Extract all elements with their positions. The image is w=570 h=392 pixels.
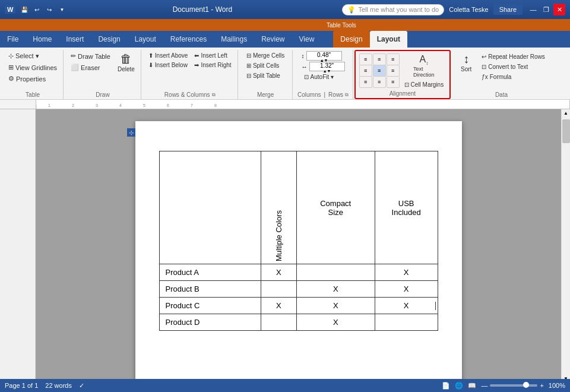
product-c-col1: X	[261, 298, 296, 314]
cell-size-expand-icon[interactable]: ⧉	[345, 92, 349, 98]
height-icon: ↕	[302, 53, 305, 59]
svg-text:8: 8	[214, 103, 217, 108]
merge-cells-icon: ⊟	[246, 52, 251, 59]
merge-cells-button[interactable]: ⊟ Merge Cells	[244, 51, 287, 60]
properties-label: Properties	[16, 75, 46, 83]
draw-table-button[interactable]: ✏ Draw Table	[68, 51, 113, 61]
ribbon-group-table: ⊹ Select ▾ ⊞ View Gridlines ⚙ Properties…	[2, 50, 64, 99]
align-bottom-left[interactable]: ≡	[359, 76, 372, 88]
align-top-left[interactable]: ≡	[359, 53, 372, 65]
gridlines-icon: ⊞	[8, 64, 14, 71]
sort-icon: ↕	[463, 52, 469, 66]
header-multiple-colors-text: Multiple Colors	[274, 210, 283, 261]
align-middle-right[interactable]: ≡	[387, 65, 400, 77]
split-cells-icon: ⊞	[246, 62, 251, 69]
tab-home[interactable]: Home	[26, 31, 59, 48]
align-top-right[interactable]: ≡	[387, 53, 400, 65]
align-middle-left[interactable]: ≡	[359, 65, 372, 77]
align-bottom-right[interactable]: ≡	[387, 76, 400, 88]
pencil-icon: ✏	[71, 52, 76, 60]
tab-insert[interactable]: Insert	[59, 31, 91, 48]
document-table: Multiple Colors CompactSize USBIncluded …	[159, 151, 438, 331]
convert-to-text-button[interactable]: ⊡ Convert to Text	[479, 62, 547, 71]
tab-design-main[interactable]: Design	[91, 31, 127, 48]
sort-button[interactable]: ↕ Sort	[455, 51, 477, 74]
ruler-inner: 1 2 3 4 5 6 7 8	[36, 100, 570, 109]
align-middle-center[interactable]: ≡	[373, 65, 386, 77]
tab-view[interactable]: View	[292, 31, 322, 48]
table-move-handle[interactable]: ⊹	[127, 128, 135, 137]
autofit-icon: ⊡	[304, 74, 309, 80]
title-bar-title: Document1 - Word	[67, 5, 337, 14]
split-cells-label: Split Cells	[253, 62, 279, 69]
zoom-controls: — +	[481, 382, 543, 389]
tab-layout-main[interactable]: Layout	[128, 31, 163, 48]
share-button[interactable]: Share	[493, 4, 522, 15]
scroll-thumb[interactable]	[562, 119, 570, 143]
draw-table-label: Draw Table	[78, 53, 110, 60]
insert-below-button[interactable]: ⬇ Insert Below	[146, 61, 191, 69]
close-btn[interactable]: ✕	[553, 4, 565, 15]
tab-table-layout[interactable]: Layout	[370, 31, 407, 48]
split-cells-button[interactable]: ⊞ Split Cells	[244, 61, 287, 70]
scroll-up-btn[interactable]: ▲	[562, 109, 569, 117]
undo-qat-btn[interactable]: ↩	[31, 4, 42, 15]
redo-qat-btn[interactable]: ↪	[44, 4, 55, 15]
view-print-icon[interactable]: 📄	[442, 382, 450, 390]
merge-cells-label: Merge Cells	[253, 52, 284, 59]
autofit-button[interactable]: ⊡ AutoFit ▾	[302, 72, 345, 81]
view-gridlines-button[interactable]: ⊞ View Gridlines	[6, 62, 59, 72]
spelling-icon[interactable]: ✓	[79, 382, 84, 390]
properties-button[interactable]: ⚙ Properties	[6, 74, 59, 84]
align-bottom-center[interactable]: ≡	[373, 76, 386, 88]
tab-file[interactable]: File	[0, 31, 26, 48]
svg-text:1: 1	[48, 103, 50, 108]
formula-button[interactable]: ƒx Formula	[479, 72, 547, 81]
insert-above-button[interactable]: ⬆ Insert Above	[146, 51, 191, 60]
view-web-icon[interactable]: 🌐	[455, 382, 463, 390]
maximize-btn[interactable]: ❐	[540, 4, 552, 15]
eraser-button[interactable]: ⬜ Eraser	[68, 62, 113, 72]
rows-cols-expand-icon[interactable]: ⧉	[212, 92, 216, 98]
repeat-header-rows-button[interactable]: ↩ Repeat Header Rows	[479, 52, 547, 61]
minimize-btn[interactable]: —	[527, 4, 539, 15]
tell-me-bar[interactable]: 💡 Tell me what you want to do	[342, 4, 444, 15]
product-d-col2: X	[296, 314, 375, 331]
insert-left-button[interactable]: ⬅ Insert Left	[192, 51, 233, 60]
rows-cols-group-label: Rows & Columns ⧉	[146, 91, 234, 98]
ribbon-content: ⊹ Select ▾ ⊞ View Gridlines ⚙ Properties…	[0, 48, 570, 100]
doc-content[interactable]: ⊹ Multiple Colors CompactSize	[36, 109, 561, 382]
status-zoom[interactable]: 100%	[549, 382, 565, 389]
svg-text:5: 5	[143, 103, 145, 108]
merge-group-label: Merge	[243, 91, 289, 98]
view-read-icon[interactable]: 📖	[468, 382, 476, 390]
qat-expand-btn[interactable]: ▼	[56, 4, 67, 15]
align-top-center[interactable]: ≡	[373, 53, 386, 65]
insert-right-button[interactable]: ➡ Insert Right	[192, 61, 233, 69]
tab-review[interactable]: Review	[254, 31, 292, 48]
width-field[interactable]: 1.32" ▲▼	[309, 62, 345, 71]
product-a-col3-value: X	[404, 268, 409, 277]
zoom-out-btn[interactable]: —	[481, 382, 487, 389]
insert-above-icon: ⬆	[148, 52, 153, 59]
ribbon-group-merge: ⊟ Merge Cells ⊞ Split Cells ⊟ Split Tabl…	[239, 50, 293, 99]
text-direction-button[interactable]: A↕ TextDirection	[402, 53, 446, 79]
delete-button[interactable]: 🗑 Delete	[115, 51, 137, 74]
tab-mailings[interactable]: Mailings	[214, 31, 254, 48]
product-c-label: Product C	[166, 301, 200, 310]
select-button[interactable]: ⊹ Select ▾	[6, 51, 59, 61]
height-field[interactable]: 0.48" ▲▼	[306, 51, 342, 61]
alignment-group-label: Alignment	[359, 90, 446, 97]
zoom-in-btn[interactable]: +	[540, 382, 543, 389]
cell-margins-button[interactable]: ⊡ Cell Margins	[402, 80, 446, 89]
scrollbar-right[interactable]: ▲ ▼	[561, 109, 570, 382]
product-c-col3[interactable]: X	[375, 298, 438, 314]
zoom-slider[interactable]	[490, 384, 537, 387]
tab-references[interactable]: References	[163, 31, 214, 48]
tab-table-design[interactable]: Design	[333, 31, 369, 48]
sort-label: Sort	[461, 66, 471, 72]
split-table-button[interactable]: ⊟ Split Table	[244, 71, 287, 80]
save-qat-btn[interactable]: 💾	[19, 4, 30, 15]
status-page: Page 1 of 1	[5, 382, 38, 389]
ribbon-group-draw: ✏ Draw Table ⬜ Eraser 🗑 Delete Draw	[65, 50, 141, 99]
